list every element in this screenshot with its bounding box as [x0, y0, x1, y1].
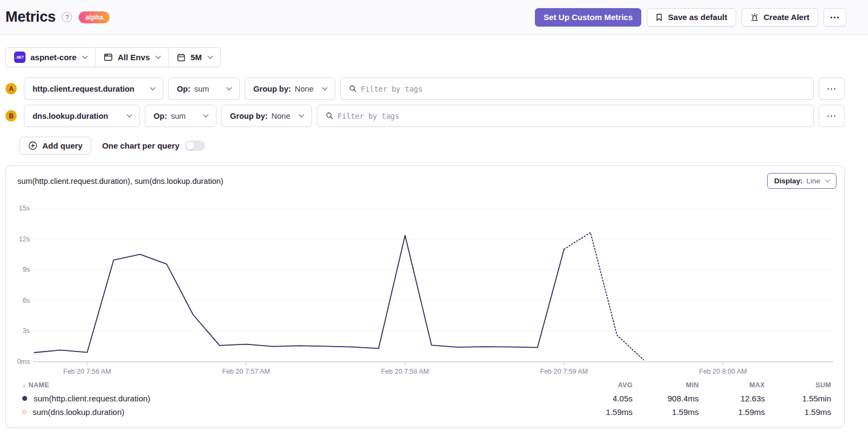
- op-label: Op:: [154, 112, 167, 120]
- series-name: sum(http.client.request.duration): [34, 394, 150, 403]
- avg-value: 4.05s: [566, 394, 633, 403]
- series-name: sum(dns.lookup.duration): [33, 407, 124, 417]
- chevron-down-icon: [127, 112, 132, 118]
- chevron-down-icon: [322, 85, 328, 91]
- column-sum[interactable]: SUM: [765, 381, 831, 389]
- one-chart-per-query-label: One chart per query: [102, 141, 180, 150]
- tag-filter-box: [340, 78, 814, 100]
- page-title: Metrics: [5, 9, 55, 25]
- chevron-down-icon: [156, 54, 161, 59]
- chart-title: sum(http.client.request.duration), sum(d…: [17, 177, 224, 186]
- project-select[interactable]: .NET aspnet-core: [6, 48, 95, 67]
- tag-filter-box: [317, 105, 814, 127]
- metrics-main: .NET aspnet-core All Envs: [0, 35, 868, 428]
- chevron-down-icon: [208, 54, 213, 59]
- create-alert-label: Create Alert: [764, 12, 809, 22]
- toggle-knob: [186, 142, 194, 150]
- siren-icon: [750, 13, 759, 22]
- group-by-label: Group by:: [230, 112, 267, 120]
- chevron-down-icon: [150, 85, 156, 91]
- svg-text:Feb 20 7:56 AM: Feb 20 7:56 AM: [63, 368, 111, 375]
- add-query-label: Add query: [42, 141, 82, 150]
- svg-text:Feb 20 8:00 AM: Feb 20 8:00 AM: [699, 368, 747, 375]
- column-min[interactable]: MIN: [633, 381, 699, 389]
- bookmark-icon: [655, 13, 663, 22]
- series-marker-filled-icon: [22, 396, 27, 401]
- page-header: Metrics ? alpha Set Up Custom Metrics Sa…: [0, 0, 868, 35]
- chevron-down-icon: [825, 177, 831, 183]
- page-filter-bar: .NET aspnet-core All Envs: [5, 47, 221, 67]
- alpha-badge: alpha: [79, 11, 110, 23]
- metric-select-value: dns.lookup.duration: [33, 112, 108, 120]
- group-by-select[interactable]: Group by: None: [221, 105, 312, 127]
- chevron-down-icon: [203, 112, 209, 118]
- group-by-label: Group by:: [253, 85, 291, 93]
- op-label: Op:: [177, 85, 190, 93]
- query-more-button[interactable]: ⋯: [819, 105, 845, 127]
- op-select[interactable]: Op: sum: [168, 78, 240, 100]
- query-more-button[interactable]: ⋯: [819, 78, 845, 100]
- min-value: 1.59ms: [633, 407, 699, 417]
- query-actions-row: Add query One chart per query: [5, 137, 845, 155]
- tag-filter-input[interactable]: [337, 112, 805, 120]
- chevron-down-icon: [299, 112, 304, 118]
- svg-text:Feb 20 7:59 AM: Feb 20 7:59 AM: [540, 368, 588, 375]
- setup-custom-metrics-button[interactable]: Set Up Custom Metrics: [535, 8, 641, 27]
- min-value: 908.4ms: [633, 394, 699, 403]
- svg-text:Feb 20 7:57 AM: Feb 20 7:57 AM: [222, 368, 270, 375]
- op-value: sum: [171, 112, 186, 120]
- svg-text:9s: 9s: [23, 266, 30, 273]
- add-query-button[interactable]: Add query: [20, 137, 91, 155]
- sum-value: 1.59ms: [765, 407, 831, 417]
- column-name[interactable]: NAME: [29, 381, 49, 389]
- help-icon[interactable]: ?: [62, 12, 72, 22]
- svg-text:0ms: 0ms: [17, 358, 30, 366]
- column-avg[interactable]: AVG: [566, 381, 633, 389]
- series-marker-open-icon: [22, 410, 26, 414]
- metric-select[interactable]: http.client.request.duration: [24, 78, 163, 100]
- table-row[interactable]: sum(http.client.request.duration) 4.05s …: [22, 392, 831, 405]
- svg-text:15s: 15s: [19, 204, 30, 212]
- summary-table: ↓ NAME AVG MIN MAX SUM sum(http.client.r…: [6, 379, 844, 419]
- timerange-select-value: 5M: [190, 53, 202, 62]
- svg-text:12s: 12s: [19, 235, 30, 243]
- chevron-down-icon: [82, 54, 88, 59]
- project-select-value: aspnet-core: [30, 53, 76, 62]
- metric-select[interactable]: dns.lookup.duration: [24, 105, 140, 127]
- svg-text:Feb 20 7:58 AM: Feb 20 7:58 AM: [381, 368, 429, 375]
- one-chart-per-query-toggle[interactable]: [185, 140, 205, 151]
- group-by-value: None: [295, 85, 314, 93]
- sort-descending-icon[interactable]: ↓: [22, 381, 26, 389]
- environment-select-value: All Envs: [118, 53, 150, 62]
- dotnet-icon: .NET: [14, 52, 25, 63]
- summary-table-header: ↓ NAME AVG MIN MAX SUM: [22, 379, 831, 392]
- query-row-b: B dns.lookup.duration Op: sum Group by: …: [5, 105, 845, 127]
- metrics-line-chart[interactable]: 0ms3s6s9s12s15sFeb 20 7:56 AMFeb 20 7:57…: [11, 193, 841, 378]
- query-row-a: A http.client.request.duration Op: sum G…: [5, 78, 845, 100]
- table-row[interactable]: sum(dns.lookup.duration) 1.59ms 1.59ms 1…: [22, 405, 831, 419]
- query-letter-badge: A: [5, 83, 17, 94]
- tag-filter-input[interactable]: [361, 85, 805, 93]
- svg-text:3s: 3s: [23, 327, 30, 335]
- save-as-default-label: Save as default: [668, 12, 727, 22]
- max-value: 12.63s: [699, 394, 765, 403]
- environment-select[interactable]: All Envs: [95, 48, 168, 67]
- group-by-value: None: [271, 112, 290, 120]
- chevron-down-icon: [227, 85, 232, 91]
- header-more-button[interactable]: ⋯: [824, 8, 846, 27]
- svg-text:6s: 6s: [23, 297, 30, 304]
- metric-select-value: http.client.request.duration: [33, 85, 135, 93]
- avg-value: 1.59ms: [566, 407, 633, 417]
- calendar-icon: [177, 53, 186, 62]
- display-value: Line: [806, 177, 820, 185]
- column-max[interactable]: MAX: [699, 381, 765, 389]
- sum-value: 1.55min: [765, 394, 831, 403]
- save-as-default-button[interactable]: Save as default: [647, 8, 736, 27]
- display-type-select[interactable]: Display: Line: [767, 173, 837, 189]
- group-by-select[interactable]: Group by: None: [245, 78, 335, 100]
- timerange-select[interactable]: 5M: [168, 48, 220, 67]
- max-value: 1.59ms: [699, 407, 765, 417]
- search-icon: [326, 112, 334, 120]
- create-alert-button[interactable]: Create Alert: [742, 8, 818, 27]
- op-select[interactable]: Op: sum: [145, 105, 216, 127]
